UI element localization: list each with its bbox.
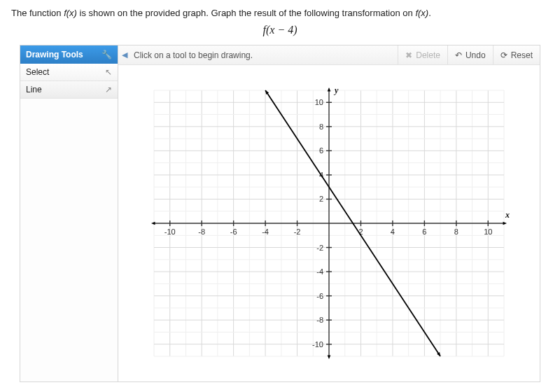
svg-marker-49 (328, 356, 331, 360)
cursor-icon: ↖ (105, 67, 112, 77)
svg-text:y: y (333, 85, 339, 95)
tools-title: Drawing Tools (26, 50, 83, 59)
svg-text:-8: -8 (316, 316, 323, 324)
transformation-formula: f(x − 4) (0, 22, 560, 42)
svg-text:10: 10 (484, 227, 492, 236)
svg-text:-4: -4 (262, 227, 269, 236)
delete-label: Delete (416, 50, 440, 60)
svg-marker-47 (151, 222, 155, 225)
reset-label: Reset (511, 50, 533, 60)
tool-select[interactable]: Select ↖ (20, 64, 118, 81)
line-icon: ↗ (105, 85, 112, 94)
workspace: Drawing Tools 🔧 Select ↖ Line ↗ ◀ Click … (20, 45, 540, 382)
canvas-area: ◀ Click on a tool to begin drawing. ✖ De… (118, 46, 540, 382)
svg-text:6: 6 (319, 147, 323, 155)
tool-line[interactable]: Line ↗ (20, 81, 118, 99)
undo-button[interactable]: ↶ Undo (447, 46, 493, 64)
prompt-part1: The function (11, 8, 64, 18)
reset-button[interactable]: ⟳ Reset (493, 46, 540, 64)
svg-text:8: 8 (454, 227, 458, 236)
delete-icon: ✖ (405, 50, 412, 60)
svg-text:-10: -10 (312, 340, 323, 349)
svg-text:8: 8 (319, 122, 323, 131)
prompt-part3: . (428, 8, 431, 18)
svg-text:-10: -10 (164, 227, 176, 236)
undo-icon: ↶ (455, 50, 462, 60)
svg-text:-4: -4 (316, 267, 323, 276)
delete-button[interactable]: ✖ Delete (398, 46, 447, 64)
drawing-tools-panel: Drawing Tools 🔧 Select ↖ Line ↗ (20, 46, 118, 382)
chevron-left-icon: ◀ (122, 50, 127, 59)
undo-label: Undo (465, 50, 486, 60)
svg-text:10: 10 (315, 98, 323, 106)
tools-header: Drawing Tools 🔧 (20, 46, 118, 64)
prompt-part2: is shown on the provided graph. Graph th… (77, 8, 415, 18)
svg-text:-2: -2 (294, 227, 301, 236)
wrench-icon: 🔧 (102, 50, 112, 59)
svg-marker-46 (503, 222, 507, 225)
coordinate-plane[interactable]: -10-8-6-4-2246810-10-8-6-4-2246810xy (133, 69, 525, 377)
svg-marker-48 (328, 88, 331, 92)
tool-line-label: Line (26, 85, 42, 94)
graph-container: -10-8-6-4-2246810-10-8-6-4-2246810xy (118, 65, 540, 382)
svg-text:-6: -6 (316, 292, 323, 300)
tool-hint: Click on a tool to begin drawing. (131, 50, 398, 60)
svg-text:-2: -2 (316, 244, 323, 252)
svg-text:2: 2 (319, 195, 323, 204)
collapse-panel-button[interactable]: ◀ (118, 50, 131, 59)
svg-text:6: 6 (422, 227, 426, 236)
svg-text:x: x (505, 210, 510, 220)
svg-text:-6: -6 (230, 227, 237, 236)
question-prompt: The function f(x) is shown on the provid… (0, 0, 560, 22)
prompt-fx3: f(x) (415, 8, 428, 18)
canvas-topbar: ◀ Click on a tool to begin drawing. ✖ De… (118, 46, 540, 65)
reset-icon: ⟳ (500, 50, 507, 60)
svg-text:-8: -8 (198, 227, 205, 236)
tool-select-label: Select (26, 67, 49, 77)
prompt-fx1: f(x) (64, 8, 77, 18)
svg-text:4: 4 (391, 227, 395, 236)
